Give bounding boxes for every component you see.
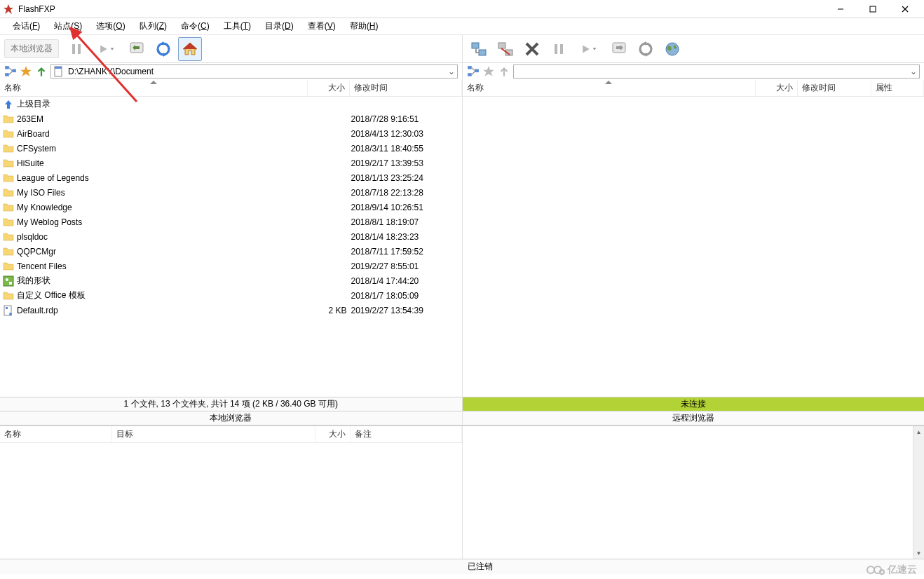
- col-remark[interactable]: 备注: [351, 426, 462, 442]
- menu-commands[interactable]: 命令(C): [174, 19, 217, 34]
- svg-point-49: [867, 566, 874, 573]
- file-row[interactable]: AirBoard2018/4/13 12:30:03: [0, 126, 462, 141]
- local-path-combo[interactable]: D:\ZHANKY\Document ⌄: [50, 64, 458, 79]
- col-size[interactable]: 大小: [315, 426, 351, 442]
- svg-rect-21: [555, 44, 557, 54]
- menu-directory[interactable]: 目录(D): [258, 19, 301, 34]
- file-name: QQPCMgr: [17, 247, 309, 257]
- file-mtime: 2018/3/11 18:40:55: [351, 144, 462, 154]
- file-row[interactable]: My Weblog Posts2018/8/1 18:19:07: [0, 214, 462, 229]
- file-row[interactable]: My Knowledge2018/9/14 10:26:51: [0, 200, 462, 214]
- local-file-list[interactable]: 上级目录263EM2018/7/28 9:16:51AirBoard2018/4…: [0, 97, 462, 397]
- remote-pause-button[interactable]: [547, 37, 571, 61]
- abort-button[interactable]: [520, 37, 544, 61]
- col-size[interactable]: 大小: [756, 80, 798, 96]
- file-row[interactable]: 自定义 Office 模板2018/1/7 18:05:09: [0, 288, 462, 303]
- tree-icon[interactable]: [4, 65, 17, 78]
- svg-rect-39: [475, 69, 479, 73]
- svg-line-41: [471, 71, 475, 75]
- col-mtime[interactable]: 修改时间: [350, 80, 462, 96]
- remote-bookmark-icon: [482, 65, 495, 78]
- svg-rect-2: [870, 6, 876, 12]
- disconnect-button[interactable]: [494, 37, 517, 61]
- file-row[interactable]: QQPCMgr2018/7/11 17:59:52: [0, 244, 462, 259]
- connect-button[interactable]: [467, 37, 491, 61]
- file-mtime: 2018/1/4 17:44:20: [351, 276, 462, 286]
- svg-rect-36: [55, 67, 62, 69]
- parent-dir-row[interactable]: 上级目录: [0, 97, 462, 111]
- scroll-up-icon[interactable]: ▲: [913, 426, 924, 437]
- minimize-button[interactable]: [824, 0, 857, 18]
- remote-refresh-button[interactable]: [634, 37, 658, 61]
- col-size[interactable]: 大小: [308, 80, 350, 96]
- menu-queue[interactable]: 队列(Z): [133, 19, 174, 34]
- folder-icon: [3, 158, 14, 169]
- col-target[interactable]: 目标: [112, 426, 315, 442]
- status-strips: 1 个文件, 13 个文件夹, 共计 14 项 (2 KB / 36.40 GB…: [0, 397, 924, 425]
- col-name[interactable]: 名称: [463, 80, 756, 96]
- svg-rect-29: [5, 66, 9, 69]
- folder-icon: [3, 187, 14, 198]
- file-name: My ISO Files: [17, 188, 309, 198]
- queue-list[interactable]: [0, 443, 462, 559]
- refresh-button[interactable]: [151, 37, 175, 61]
- file-name: 我的形状: [17, 275, 309, 287]
- menu-site[interactable]: 站点(S): [47, 19, 89, 34]
- file-mtime: 2018/8/1 18:19:07: [351, 217, 462, 227]
- close-button[interactable]: [889, 0, 921, 18]
- remote-play-button[interactable]: [573, 37, 604, 61]
- file-mtime: 2018/1/4 18:23:23: [351, 232, 462, 242]
- file-row[interactable]: My ISO Files2018/7/18 22:13:28: [0, 185, 462, 200]
- folder-icon: [3, 172, 14, 184]
- queue-pane: 名称 目标 大小 备注: [0, 426, 463, 559]
- remote-path-combo[interactable]: ⌄: [513, 64, 920, 79]
- menu-session[interactable]: 会话(F): [6, 19, 47, 34]
- svg-line-32: [9, 67, 13, 71]
- svg-rect-30: [5, 73, 9, 76]
- svg-marker-13: [183, 43, 197, 49]
- menu-view[interactable]: 查看(V): [301, 19, 343, 34]
- file-row[interactable]: CFSystem2018/3/11 18:40:55: [0, 141, 462, 156]
- local-header: 名称 大小 修改时间: [0, 80, 462, 97]
- log-pane[interactable]: ▲ ▼: [463, 426, 925, 559]
- menu-help[interactable]: 帮助(H): [343, 19, 386, 34]
- up-folder-icon[interactable]: [35, 65, 48, 78]
- svg-marker-0: [4, 4, 13, 14]
- statusbar-right: 已注销: [462, 561, 924, 573]
- remote-file-list[interactable]: [463, 97, 925, 397]
- file-row[interactable]: 263EM2018/7/28 9:16:51: [0, 111, 462, 126]
- file-row[interactable]: plsqldoc2018/1/4 18:23:23: [0, 229, 462, 244]
- col-attr[interactable]: 属性: [871, 80, 924, 96]
- col-name[interactable]: 名称: [0, 80, 308, 96]
- pause-button[interactable]: [64, 37, 88, 61]
- file-name: plsqldoc: [17, 232, 309, 242]
- file-mtime: 2019/2/27 8:55:01: [351, 261, 462, 271]
- col-name[interactable]: 名称: [0, 426, 112, 442]
- file-row[interactable]: 我的形状2018/1/4 17:44:20: [0, 273, 462, 288]
- file-name: Tencent Files: [17, 261, 309, 271]
- globe-button[interactable]: [660, 37, 684, 61]
- chevron-down-icon[interactable]: ⌄: [908, 67, 919, 76]
- bookmark-icon[interactable]: [20, 65, 32, 78]
- file-name: HiSuite: [17, 158, 309, 168]
- scrollbar[interactable]: ▲ ▼: [913, 426, 924, 559]
- toolbar: 本地浏览器: [0, 35, 924, 63]
- remote-tree-icon[interactable]: [467, 65, 480, 78]
- col-mtime[interactable]: 修改时间: [798, 80, 871, 96]
- parent-dir-label: 上级目录: [17, 98, 309, 110]
- file-row[interactable]: HiSuite2019/2/17 13:39:53: [0, 156, 462, 170]
- remote-transfer-button[interactable]: [607, 37, 631, 61]
- menu-options[interactable]: 选项(O): [89, 19, 132, 34]
- transfer-button[interactable]: [125, 37, 149, 61]
- file-row[interactable]: Default.rdp2 KB2019/2/27 13:54:39: [0, 303, 462, 318]
- file-name: Default.rdp: [17, 306, 309, 315]
- svg-marker-24: [592, 48, 596, 50]
- menu-tools[interactable]: 工具(T): [217, 19, 258, 34]
- scroll-down-icon[interactable]: ▼: [913, 547, 924, 559]
- home-button[interactable]: [178, 37, 202, 61]
- file-row[interactable]: Tencent Files2019/2/27 8:55:01: [0, 259, 462, 273]
- maximize-button[interactable]: [857, 0, 889, 18]
- chevron-down-icon[interactable]: ⌄: [446, 67, 457, 76]
- file-row[interactable]: League of Legends2018/1/13 23:25:24: [0, 170, 462, 185]
- play-button[interactable]: [91, 37, 122, 61]
